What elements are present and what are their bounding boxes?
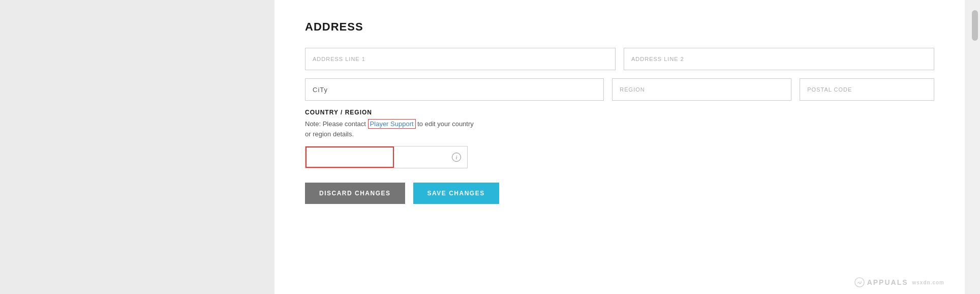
city-field: [305, 78, 604, 101]
address-row-1: [305, 48, 934, 70]
country-dropdown[interactable]: i: [305, 146, 468, 168]
country-display: i: [394, 146, 467, 168]
player-support-link[interactable]: Player Support: [368, 119, 416, 129]
right-panel: [965, 0, 980, 294]
country-note: Note: Please contact Player Support to e…: [305, 119, 478, 139]
scrollbar[interactable]: [972, 10, 978, 41]
address-row-2: [305, 78, 934, 101]
info-icon[interactable]: i: [452, 153, 461, 162]
address-line1-field: [305, 48, 616, 70]
postal-code-field: [800, 78, 934, 101]
country-section: COUNTRY / REGION Note: Please contact Pl…: [305, 109, 934, 168]
left-panel: [0, 0, 274, 294]
watermark: APPUALS wsxdn.com: [854, 277, 944, 288]
region-input[interactable]: [612, 78, 791, 101]
svg-point-0: [854, 278, 864, 287]
main-content: ADDRESS COUNTRY / REGION Note: Please co…: [274, 0, 965, 294]
region-field: [612, 78, 791, 101]
country-input[interactable]: [305, 146, 394, 168]
address-line1-input[interactable]: [305, 48, 616, 70]
watermark-sub: wsxdn.com: [912, 280, 944, 285]
note-before-text: Note: Please contact: [305, 120, 366, 128]
watermark-icon: [854, 277, 865, 288]
discard-button[interactable]: DISCARD CHANGES: [305, 183, 405, 204]
save-button[interactable]: SAVE CHANGES: [413, 183, 499, 204]
country-label: COUNTRY / REGION: [305, 109, 934, 116]
address-line2-field: [624, 48, 934, 70]
buttons-row: DISCARD CHANGES SAVE CHANGES: [305, 183, 934, 204]
watermark-text: APPUALS: [867, 278, 908, 286]
city-input[interactable]: [305, 78, 604, 101]
section-title: ADDRESS: [305, 20, 934, 34]
address-line2-input[interactable]: [624, 48, 934, 70]
postal-code-input[interactable]: [800, 78, 934, 101]
